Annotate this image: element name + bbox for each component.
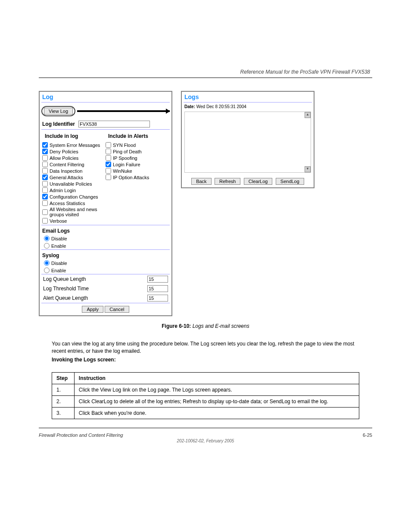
clearlog-button[interactable]: ClearLog bbox=[244, 178, 273, 185]
log-check-label: Verbose bbox=[50, 218, 67, 224]
col-instr: Instruction bbox=[74, 372, 359, 384]
logs-date: Date: Wed Dec 8 20:55:31 2004 bbox=[182, 103, 314, 111]
log-check-label: Deny Policies bbox=[50, 149, 78, 154]
logs-view-panel: Logs Date: Wed Dec 8 20:55:31 2004 ▲ ▼ B… bbox=[181, 91, 314, 188]
view-log-button[interactable]: View Log bbox=[44, 108, 73, 115]
email-disable-radio[interactable] bbox=[44, 236, 50, 241]
queue-label: Log Queue Length bbox=[43, 276, 86, 282]
alert-checkbox[interactable] bbox=[106, 142, 111, 148]
figure-caption: Figure 6-10: Logs and E-mail screens bbox=[0, 320, 411, 339]
log-config-panel: Log View Log Log Identifier Include in l… bbox=[39, 91, 172, 316]
email-logs-head: Email Logs bbox=[40, 225, 171, 235]
footer-page: 6-25 bbox=[363, 432, 372, 438]
log-text-area[interactable]: ▲ ▼ bbox=[184, 112, 311, 173]
syslog-disable-radio[interactable] bbox=[44, 260, 50, 266]
log-checkbox[interactable] bbox=[42, 168, 48, 174]
logs-title: Logs bbox=[182, 92, 314, 102]
queue-input[interactable] bbox=[147, 276, 168, 283]
queue-label: Alert Queue Length bbox=[43, 295, 88, 301]
cancel-button[interactable]: Cancel bbox=[105, 306, 129, 313]
doc-title: Reference Manual for the ProSafe VPN Fir… bbox=[0, 69, 411, 78]
alert-check-label: Login Failure bbox=[113, 162, 140, 167]
log-check-label: All Websites and news groups visited bbox=[50, 207, 106, 217]
arrow-icon bbox=[77, 110, 170, 112]
alert-checkbox[interactable] bbox=[106, 174, 111, 180]
body-paragraph: You can view the log at any time using t… bbox=[0, 339, 411, 357]
alert-check-label: IP Spoofing bbox=[113, 156, 137, 161]
instr-cell: Click Back when you're done. bbox=[74, 407, 359, 419]
email-enable-radio[interactable] bbox=[44, 243, 50, 249]
footer-rev: 202-10062-02, February 2005 bbox=[0, 438, 411, 443]
log-checkbox[interactable] bbox=[42, 181, 48, 187]
alert-checkbox[interactable] bbox=[106, 162, 111, 167]
log-identifier-label: Log Identifier bbox=[42, 121, 75, 127]
log-checkbox[interactable] bbox=[42, 162, 48, 167]
step-cell: 2. bbox=[52, 395, 75, 407]
alert-check-label: Ping of Death bbox=[113, 149, 142, 154]
scroll-up-icon[interactable]: ▲ bbox=[305, 112, 311, 118]
log-check-label: Admin Login bbox=[50, 188, 76, 193]
queue-label: Log Threshold Time bbox=[43, 286, 89, 292]
alert-check-label: SYN Flood bbox=[113, 143, 136, 148]
alert-checkbox[interactable] bbox=[106, 168, 111, 174]
alert-check-label: WinNuke bbox=[113, 168, 132, 174]
log-check-label: Data Inspection bbox=[50, 168, 82, 174]
steps-table: StepInstruction 1.Click the View Log lin… bbox=[52, 372, 359, 419]
log-checkbox[interactable] bbox=[42, 142, 48, 148]
scroll-down-icon[interactable]: ▼ bbox=[305, 166, 311, 172]
syslog-head: Syslog bbox=[40, 250, 171, 259]
instr-cell: Click the View Log link on the Log page.… bbox=[74, 384, 359, 395]
alert-checkbox[interactable] bbox=[106, 149, 111, 154]
log-check-label: Access Statistics bbox=[50, 201, 85, 206]
step-cell: 3. bbox=[52, 407, 75, 419]
log-checkbox[interactable] bbox=[42, 187, 48, 193]
log-checkbox[interactable] bbox=[42, 209, 48, 215]
log-identifier-input[interactable] bbox=[78, 121, 150, 128]
apply-button[interactable]: Apply bbox=[82, 306, 103, 313]
log-check-label: Allow Policies bbox=[50, 156, 78, 161]
log-checkbox[interactable] bbox=[42, 174, 48, 180]
instr-cell: Click ClearLog to delete all of the log … bbox=[74, 395, 359, 407]
log-check-label: Configuration Changes bbox=[50, 194, 98, 199]
refresh-button[interactable]: Refresh bbox=[215, 178, 241, 185]
invoke-heading: Invoking the Logs screen: bbox=[0, 357, 411, 370]
log-check-label: General Attacks bbox=[50, 175, 83, 180]
view-log-callout: View Log bbox=[41, 106, 75, 116]
alert-checklist: SYN FloodPing of DeathIP SpoofingLogin F… bbox=[106, 142, 169, 224]
step-cell: 1. bbox=[52, 384, 75, 395]
log-checkbox[interactable] bbox=[42, 149, 48, 154]
back-button[interactable]: Back bbox=[191, 178, 211, 185]
log-checkbox[interactable] bbox=[42, 200, 48, 206]
syslog-enable-radio[interactable] bbox=[44, 268, 50, 273]
include-alerts-head: Include in Alerts bbox=[106, 131, 169, 140]
footer-section: Firewall Protection and Content Filterin… bbox=[39, 432, 123, 438]
include-log-head: Include in log bbox=[42, 131, 106, 140]
log-checkbox[interactable] bbox=[42, 194, 48, 199]
log-checkbox[interactable] bbox=[42, 218, 48, 224]
queue-input[interactable] bbox=[147, 295, 168, 302]
log-check-label: Content Filtering bbox=[50, 162, 84, 167]
log-check-label: Unavailable Policies bbox=[50, 181, 92, 187]
alert-check-label: IP Option Attacks bbox=[113, 175, 149, 180]
log-checkbox[interactable] bbox=[42, 155, 48, 161]
queue-input[interactable] bbox=[147, 285, 168, 292]
col-step: Step bbox=[52, 372, 75, 384]
alert-checkbox[interactable] bbox=[106, 155, 111, 161]
sendlog-button[interactable]: SendLog bbox=[276, 178, 304, 185]
log-checklist: System Error MessagesDeny PoliciesAllow … bbox=[42, 142, 106, 224]
log-check-label: System Error Messages bbox=[50, 143, 100, 148]
log-title: Log bbox=[40, 92, 171, 102]
